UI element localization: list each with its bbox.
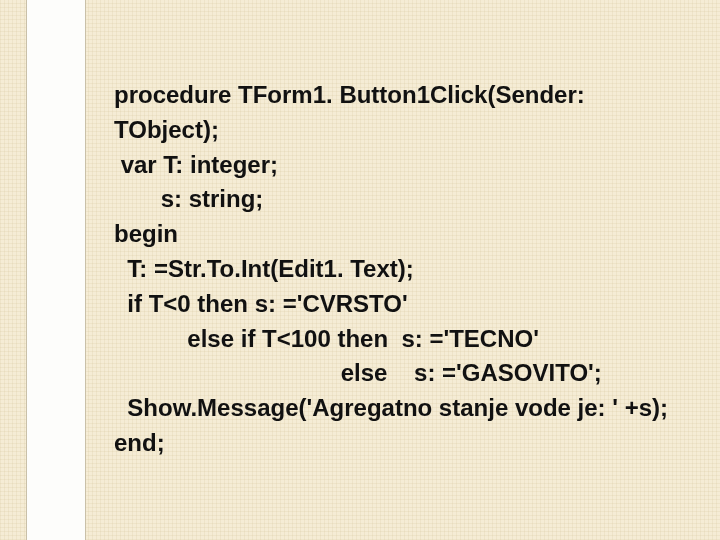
code-line: else if T<100 then s: ='TECNO' (114, 322, 694, 357)
code-line: begin (114, 217, 694, 252)
code-line: TObject); (114, 113, 694, 148)
code-line: s: string; (114, 182, 694, 217)
code-line: Show.Message('Agregatno stanje vode je: … (114, 391, 694, 426)
decorative-vertical-stripe (26, 0, 86, 540)
code-line: T: =Str.To.Int(Edit1. Text); (114, 252, 694, 287)
code-line: end; (114, 426, 694, 461)
code-block: procedure TForm1. Button1Click(Sender: T… (114, 78, 694, 461)
code-line: else s: ='GASOVITO'; (114, 356, 694, 391)
code-line: procedure TForm1. Button1Click(Sender: (114, 78, 694, 113)
code-line: var T: integer; (114, 148, 694, 183)
code-line: if T<0 then s: ='CVRSTO' (114, 287, 694, 322)
